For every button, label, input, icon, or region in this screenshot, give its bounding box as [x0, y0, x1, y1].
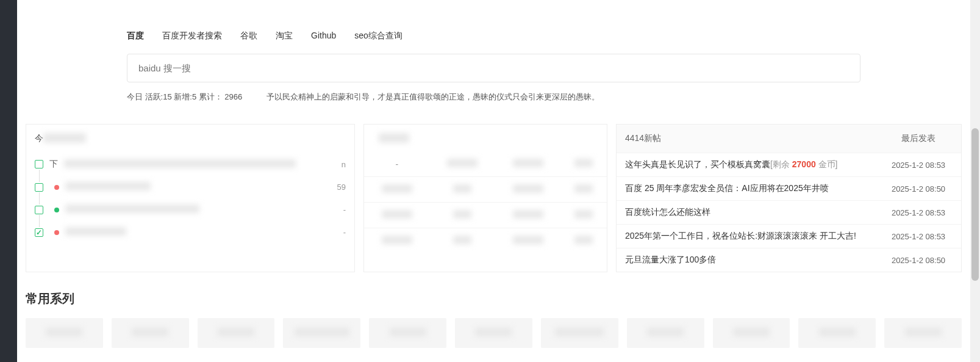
forum-header-title: 4414新帖: [617, 125, 876, 153]
search-engine-tabs: 百度 百度开发者搜索 谷歌 淘宝 Github seo综合查询: [17, 0, 970, 54]
site-chip[interactable]: [112, 318, 189, 348]
site-chip[interactable]: [627, 318, 704, 348]
table-row[interactable]: 百度 25 周年李彦宏发全员信：AI应用将在2025年井喷 2025-1-2 0…: [617, 177, 961, 201]
quote-text: 予以民众精神上的启蒙和引导，才是真正值得歌颂的正途，愚昧的仪式只会引来更深层的愚…: [266, 92, 599, 103]
forum-post-time: 2025-1-2 08:53: [876, 153, 961, 177]
forum-header-time: 最后发表: [876, 125, 961, 153]
sites-row: [17, 318, 970, 348]
site-chip[interactable]: [283, 318, 360, 348]
site-chip[interactable]: [798, 318, 876, 348]
table-row[interactable]: 这年头真是长见识了，买个模板真窝囊[剩余 27000 金币] 2025-1-2 …: [617, 153, 961, 177]
table-row[interactable]: 2025年第一个工作日，祝各位站长:财源滚滚滚滚来 开工大吉! 2025-1-2…: [617, 225, 961, 248]
forum-post-title[interactable]: 元旦流量大涨了100多倍: [625, 255, 716, 264]
table-row: [364, 228, 607, 254]
search-input[interactable]: [138, 63, 849, 73]
list-item[interactable]: -: [26, 221, 354, 244]
mid-table: -: [364, 151, 607, 253]
panel-middle: -: [363, 124, 607, 272]
tab-seo[interactable]: seo综合查询: [354, 31, 402, 42]
list-item[interactable]: 59: [26, 176, 354, 198]
forum-post-title[interactable]: 百度统计怎么还能这样: [625, 207, 710, 217]
panel-forum: 4414新帖 最后发表 这年头真是长见识了，买个模板真窝囊[剩余 27000 金…: [616, 124, 962, 272]
site-chip[interactable]: [541, 318, 618, 348]
checkbox-checked[interactable]: [35, 228, 43, 237]
panel-left: 今 下 n 59 -: [26, 124, 355, 272]
sidebar-edge: [0, 0, 17, 362]
site-chip[interactable]: [369, 318, 446, 348]
tab-baidu[interactable]: 百度: [127, 31, 144, 42]
status-dot-red: [54, 230, 59, 235]
stats-row: 今日 活跃:15 新增:5 累计： 2966 予以民众精神上的启蒙和引导，才是真…: [17, 92, 970, 103]
section-title-common: 常用系列: [17, 272, 970, 318]
forum-post-time: 2025-1-2 08:50: [876, 177, 961, 201]
status-dot-green: [54, 208, 59, 212]
site-chip[interactable]: [713, 318, 790, 348]
tab-taobao[interactable]: 淘宝: [276, 31, 293, 42]
stats-text: 今日 活跃:15 新增:5 累计： 2966: [127, 92, 242, 103]
table-row: [364, 177, 607, 203]
site-chip[interactable]: [884, 318, 962, 348]
tab-baidu-dev[interactable]: 百度开发者搜索: [162, 31, 222, 42]
site-chip[interactable]: [26, 318, 103, 348]
forum-table: 4414新帖 最后发表 这年头真是长见识了，买个模板真窝囊[剩余 27000 金…: [617, 125, 961, 272]
forum-post-time: 2025-1-2 08:53: [876, 201, 961, 225]
list-right: n: [334, 160, 346, 169]
list-right: 59: [334, 183, 346, 192]
checkbox[interactable]: [35, 206, 43, 214]
list-right: -: [334, 205, 346, 214]
list-item[interactable]: 下 n: [26, 153, 354, 176]
search-box[interactable]: [127, 54, 860, 82]
table-row: -: [364, 151, 607, 177]
forum-post-title[interactable]: 这年头真是长见识了，买个模板真窝囊: [625, 159, 770, 169]
tab-google[interactable]: 谷歌: [240, 31, 257, 42]
site-chip[interactable]: [455, 318, 532, 348]
checkbox[interactable]: [35, 183, 43, 192]
panel-left-header-prefix: 今: [35, 133, 43, 144]
panel-mid-header-blurred: [379, 133, 409, 143]
panel-left-header-blurred: [43, 133, 86, 143]
forum-post-title[interactable]: 百度 25 周年李彦宏发全员信：AI应用将在2025年井喷: [625, 183, 829, 193]
checkbox[interactable]: [35, 160, 43, 168]
tab-github[interactable]: Github: [311, 31, 336, 42]
forum-post-title[interactable]: 2025年第一个工作日，祝各位站长:财源滚滚滚滚来 开工大吉!: [625, 231, 856, 241]
table-row[interactable]: 元旦流量大涨了100多倍 2025-1-2 08:50: [617, 248, 961, 272]
table-row: [364, 203, 607, 228]
status-dot-red: [54, 185, 59, 190]
forum-post-time: 2025-1-2 08:50: [876, 248, 961, 272]
table-row[interactable]: 百度统计怎么还能这样 2025-1-2 08:53: [617, 201, 961, 225]
scrollbar-thumb[interactable]: [971, 128, 979, 281]
forum-post-time: 2025-1-2 08:53: [876, 225, 961, 248]
site-chip[interactable]: [198, 318, 275, 348]
scrollbar-track[interactable]: [970, 0, 980, 362]
list-right: -: [334, 228, 346, 237]
list-item[interactable]: -: [26, 198, 354, 221]
